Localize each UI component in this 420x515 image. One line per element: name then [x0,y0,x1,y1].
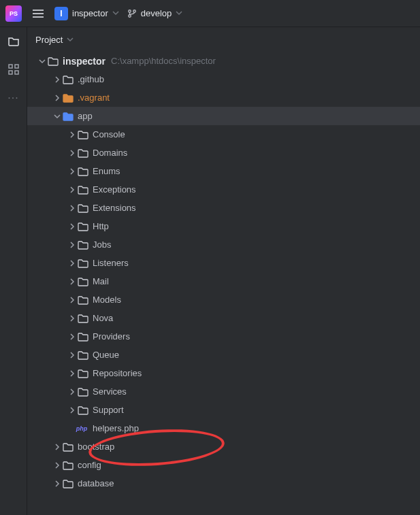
tree-label: Nova [93,313,113,323]
tree-item-console[interactable]: Console [27,125,420,144]
tree-label: Listeners [93,258,129,268]
folder-icon [78,350,88,361]
chevron-right-icon[interactable] [52,460,63,471]
tree-label: Repositories [93,368,142,378]
chevron-right-icon[interactable] [67,313,78,324]
chevron-right-icon[interactable] [52,478,63,489]
more-icon: ··· [7,92,18,104]
svg-point-2 [133,10,136,12]
folder-icon [78,386,88,397]
chevron-right-icon[interactable] [67,331,78,342]
tree-item-extensions[interactable]: Extensions [27,199,420,217]
tree-item-providers[interactable]: Providers [27,327,420,346]
chevron-down-icon[interactable] [52,111,63,122]
chevron-down-icon[interactable] [37,56,48,67]
tree-label: app [78,111,93,121]
folder-icon [63,478,74,489]
folder-icon [78,368,88,379]
project-panel: Project inspectorC:\xampp\htdocs\inspect… [27,27,420,515]
tree-item-jobs[interactable]: Jobs [27,235,420,254]
chevron-right-icon[interactable] [67,276,78,287]
panel-title: Project [35,35,63,45]
tree-item-support[interactable]: Support [27,401,420,419]
branch-name-label: develop [141,8,172,18]
svg-rect-3 [9,65,12,68]
folder-icon [78,331,88,342]
tree-label: inspector [63,56,106,67]
tree-item-helpers-php[interactable]: phphelpers.php [27,419,420,437]
tree-label: .vagrant [78,93,110,103]
tree-root[interactable]: inspectorC:\xampp\htdocs\inspector [27,52,420,70]
project-tool-button[interactable] [5,33,22,49]
tree-item--vagrant[interactable]: .vagrant [27,88,420,107]
chevron-right-icon[interactable] [67,368,78,379]
panel-header[interactable]: Project [27,27,420,52]
chevron-right-icon[interactable] [67,350,78,361]
chevron-right-icon[interactable] [67,405,78,416]
tree-item-services[interactable]: Services [27,382,420,401]
tree-label: Support [93,405,124,415]
tree-item-config[interactable]: config [27,456,420,474]
more-tools-button[interactable]: ··· [5,90,22,106]
folder-icon [78,313,88,324]
tree-item-bootstrap[interactable]: bootstrap [27,437,420,456]
tree-item-app[interactable]: app [27,107,420,125]
chevron-right-icon[interactable] [67,184,78,195]
folder-icon [78,203,88,214]
tree-label: bootstrap [78,442,114,452]
structure-tool-button[interactable] [5,61,22,78]
folder-icon [78,221,88,232]
folder-icon [78,276,88,287]
folder-icon [78,295,88,305]
project-tree[interactable]: inspectorC:\xampp\htdocs\inspector.githu… [27,52,420,515]
tree-label: Mail [93,276,109,286]
chevron-right-icon[interactable] [67,221,78,232]
folder-icon [78,129,88,140]
chevron-right-icon[interactable] [67,203,78,214]
tree-label: Console [93,129,125,139]
project-badge-icon: I [54,7,68,20]
folder-icon [78,166,88,177]
folder-icon [63,442,74,452]
chevron-right-icon[interactable] [67,166,78,177]
chevron-right-icon[interactable] [67,386,78,397]
chevron-right-icon[interactable] [67,129,78,140]
folder-icon [78,405,88,416]
chevron-right-icon[interactable] [67,239,78,250]
tree-label: .github [78,74,104,84]
tree-label: Providers [93,331,130,342]
tree-label: Services [93,386,127,397]
vcs-branch-selector[interactable]: develop [127,8,183,18]
project-selector[interactable]: I inspector [54,7,119,20]
titlebar: PS I inspector develop [0,0,420,27]
tree-label: Jobs [93,239,111,250]
tree-label: config [78,460,101,470]
tree-item-database[interactable]: database [27,474,420,493]
tree-label: Models [93,295,121,305]
tree-item-exceptions[interactable]: Exceptions [27,180,420,199]
tree-item-http[interactable]: Http [27,217,420,235]
app-icon: PS [5,5,22,22]
tree-item-mail[interactable]: Mail [27,272,420,290]
chevron-right-icon[interactable] [52,442,63,452]
main-area: ··· Project inspectorC:\xampp\htdocs\ins… [0,27,420,515]
tree-item-models[interactable]: Models [27,290,420,309]
tree-item-domains[interactable]: Domains [27,144,420,162]
tree-item-listeners[interactable]: Listeners [27,254,420,272]
tree-label: Extensions [93,203,136,213]
chevron-right-icon[interactable] [52,93,63,103]
tree-item-nova[interactable]: Nova [27,309,420,327]
chevron-right-icon[interactable] [67,258,78,269]
chevron-right-icon[interactable] [67,295,78,305]
folder-icon [63,111,74,122]
tree-item-queue[interactable]: Queue [27,346,420,364]
main-menu-button[interactable] [30,7,46,20]
folder-icon [78,258,88,269]
tree-item--github[interactable]: .github [27,70,420,88]
chevron-right-icon[interactable] [67,148,78,159]
svg-rect-4 [15,65,18,68]
php-file-icon: php [78,423,88,434]
tree-item-enums[interactable]: Enums [27,162,420,180]
tree-item-repositories[interactable]: Repositories [27,364,420,382]
chevron-right-icon[interactable] [52,74,63,85]
